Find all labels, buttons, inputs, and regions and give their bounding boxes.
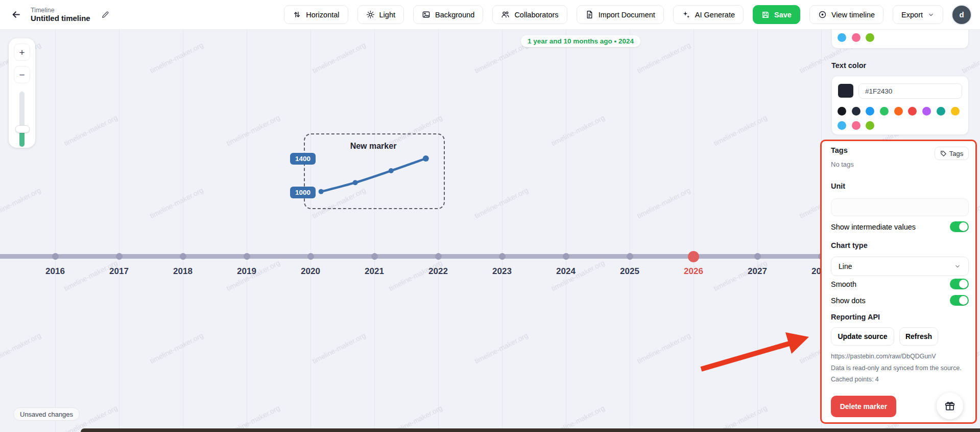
smooth-label: Smooth xyxy=(831,280,856,288)
toggle-knob xyxy=(959,280,968,288)
text-color-palette-row2 xyxy=(838,121,880,132)
year-label: 2024 xyxy=(547,266,584,277)
import-document-button[interactable]: Import Document xyxy=(577,5,664,24)
app-window: timeline-maker.orgtimeline-maker.orgtime… xyxy=(0,0,980,432)
palette-color-dot[interactable] xyxy=(894,107,903,116)
palette-color-dot[interactable] xyxy=(852,33,861,42)
zoom-in-button[interactable]: + xyxy=(14,43,30,61)
collaborators-button-label: Collaborators xyxy=(514,11,558,19)
watermark-text: timeline-maker.org xyxy=(149,41,205,75)
palette-color-dot[interactable] xyxy=(838,33,846,42)
year-gridline xyxy=(694,29,694,432)
smooth-toggle[interactable] xyxy=(950,279,969,289)
watermark-text: timeline-maker.org xyxy=(0,331,42,366)
selected-year-marker-dot[interactable] xyxy=(688,251,699,262)
text-color-swatch[interactable] xyxy=(838,84,853,98)
watermark-text: timeline-maker.org xyxy=(0,186,42,220)
export-button[interactable]: Export xyxy=(893,5,943,24)
chevron-down-icon xyxy=(927,11,935,18)
palette-color-dot[interactable] xyxy=(880,107,889,116)
year-dot xyxy=(52,253,59,260)
dock-edge xyxy=(81,428,980,432)
chart-type-select[interactable]: Line xyxy=(831,257,969,276)
year-dot xyxy=(563,253,569,260)
refresh-button[interactable]: Refresh xyxy=(899,327,938,346)
ai-generate-button-label: AI Generate xyxy=(695,11,735,19)
year-gridline xyxy=(438,29,439,432)
collaborators-icon xyxy=(501,10,510,19)
palette-color-dot[interactable] xyxy=(908,107,917,116)
avatar[interactable]: d xyxy=(952,6,971,24)
document-title: Untitled timeline xyxy=(31,14,90,22)
chart-type-value: Line xyxy=(839,262,852,270)
import-document-button-label: Import Document xyxy=(599,11,655,19)
chart-point[interactable] xyxy=(389,168,394,173)
year-dot xyxy=(499,253,506,260)
theme-button[interactable]: Light xyxy=(357,5,404,24)
readonly-note: Data is read-only and synced from the so… xyxy=(831,365,962,372)
tags-button[interactable]: Tags xyxy=(935,147,969,160)
palette-color-dot[interactable] xyxy=(951,107,960,116)
back-button[interactable] xyxy=(8,7,23,22)
ai-generate-button[interactable]: AI Generate xyxy=(673,5,744,24)
view-icon xyxy=(818,10,827,19)
palette-color-dot[interactable] xyxy=(866,107,874,116)
show-dots-label: Show dots xyxy=(831,297,866,305)
zoom-panel: + − xyxy=(9,38,35,148)
chart-point[interactable] xyxy=(319,189,324,194)
year-label: 2022 xyxy=(420,266,457,277)
watermark-text: timeline-maker.org xyxy=(636,331,692,366)
save-button[interactable]: Save xyxy=(753,5,800,24)
palette-color-dot[interactable] xyxy=(937,107,945,116)
show-dots-toggle[interactable] xyxy=(950,295,969,306)
text-color-input[interactable] xyxy=(858,83,962,99)
zoom-slider-thumb[interactable] xyxy=(15,125,30,133)
unsaved-changes-badge: Unsaved changes xyxy=(13,407,80,421)
year-dot xyxy=(307,253,314,260)
year-label: 2017 xyxy=(101,266,137,277)
toggle-knob xyxy=(959,222,968,231)
gift-button[interactable] xyxy=(937,393,963,419)
sun-icon xyxy=(366,10,375,19)
palette-color-dot[interactable] xyxy=(922,107,931,116)
no-tags-text: No tags xyxy=(831,161,854,168)
update-source-button[interactable]: Update source xyxy=(831,327,894,346)
export-button-label: Export xyxy=(901,11,923,19)
unit-input[interactable] xyxy=(831,198,969,216)
watermark-text: timeline-maker.org xyxy=(712,404,769,432)
chart-point[interactable] xyxy=(353,180,358,185)
unit-label: Unit xyxy=(831,182,845,190)
palette-color-dot[interactable] xyxy=(838,121,846,130)
topbar: Timeline Untitled timeline Horizontal Li… xyxy=(0,0,980,30)
palette-color-dot[interactable] xyxy=(866,121,874,130)
palette-color-dot[interactable] xyxy=(852,107,861,116)
watermark-text: timeline-maker.org xyxy=(712,113,769,148)
gift-icon xyxy=(944,400,955,412)
year-gridline xyxy=(247,29,247,432)
palette-color-dot[interactable] xyxy=(852,121,861,130)
palette-color-dot[interactable] xyxy=(838,107,846,116)
rename-button[interactable] xyxy=(98,7,113,22)
view-timeline-button[interactable]: View timeline xyxy=(809,5,883,24)
year-dot xyxy=(435,253,442,260)
show-intermediate-toggle[interactable] xyxy=(950,221,969,232)
orientation-button[interactable]: Horizontal xyxy=(284,5,348,24)
toggle-knob xyxy=(959,296,968,305)
year-gridline xyxy=(310,29,311,432)
year-gridline xyxy=(374,29,375,432)
tag-icon xyxy=(940,150,947,157)
year-dot xyxy=(371,253,378,260)
zoom-out-button[interactable]: − xyxy=(14,66,30,83)
year-label: 2018 xyxy=(164,266,201,277)
year-label: 2023 xyxy=(484,266,520,277)
chart-point[interactable] xyxy=(423,155,429,162)
chart-line xyxy=(321,158,426,192)
palette-color-dot[interactable] xyxy=(866,33,874,42)
collaborators-button[interactable]: Collaborators xyxy=(492,5,567,24)
watermark-text: timeline-maker.org xyxy=(225,404,281,432)
year-gridline xyxy=(502,29,503,432)
year-gridline xyxy=(119,29,119,432)
background-button[interactable]: Background xyxy=(413,5,483,24)
watermark-text: timeline-maker.org xyxy=(550,113,606,148)
delete-marker-button[interactable]: Delete marker xyxy=(831,396,896,417)
